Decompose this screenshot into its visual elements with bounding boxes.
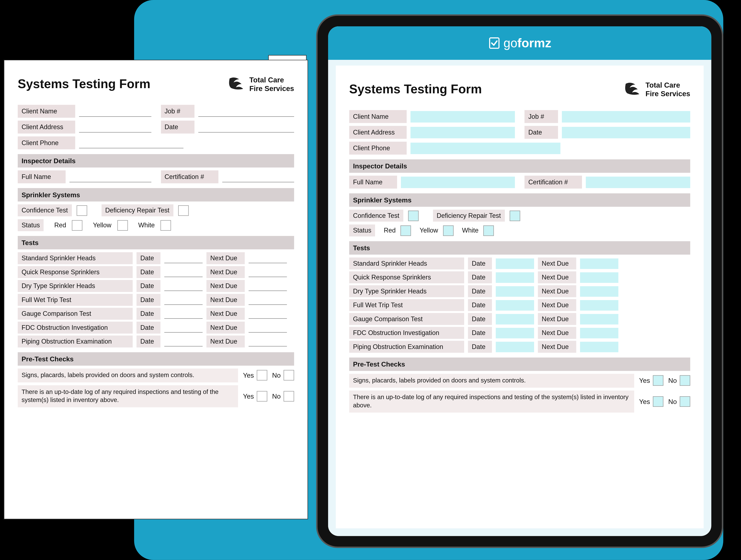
test-date-field[interactable]	[164, 281, 203, 291]
client-phone-field[interactable]	[411, 142, 561, 154]
next-due-label: Next Due	[206, 308, 245, 320]
test-next-due-field[interactable]	[249, 295, 287, 305]
test-next-due-field[interactable]	[580, 328, 618, 338]
next-due-label: Next Due	[538, 285, 576, 297]
yes-label: Yes	[639, 398, 650, 405]
client-name-label: Client Name	[18, 105, 75, 118]
test-date-field[interactable]	[496, 300, 534, 310]
client-address-label: Client Address	[18, 121, 75, 134]
next-due-label: Next Due	[206, 294, 245, 306]
white-checkbox[interactable]	[483, 225, 494, 236]
pretest1-yes-checkbox[interactable]	[653, 376, 664, 386]
confidence-checkbox[interactable]	[408, 210, 418, 221]
pretest-header: Pre-Test Checks	[18, 352, 294, 366]
test-next-due-field[interactable]	[580, 258, 618, 269]
cert-label: Certification #	[161, 170, 218, 183]
cert-label: Certification #	[524, 175, 582, 188]
test-name: Quick Response Sprinklers	[18, 266, 133, 278]
client-address-field[interactable]	[411, 127, 515, 138]
form-tablet: Systems Testing Form Total Care Fire Ser…	[336, 66, 704, 528]
form-header: Systems Testing Form Total Care Fire Ser…	[349, 80, 690, 98]
client-name-field[interactable]	[79, 106, 151, 116]
yellow-checkbox[interactable]	[443, 225, 454, 236]
confidence-label: Confidence Test	[349, 210, 403, 222]
deficiency-checkbox[interactable]	[510, 210, 520, 221]
red-checkbox[interactable]	[72, 220, 82, 231]
test-next-due-field[interactable]	[249, 337, 287, 346]
client-phone-field[interactable]	[79, 138, 184, 148]
test-date-field[interactable]	[164, 267, 203, 277]
next-due-label: Next Due	[206, 280, 245, 292]
pretest-header: Pre-Test Checks	[349, 357, 690, 371]
test-next-due-field[interactable]	[580, 314, 618, 324]
yellow-checkbox[interactable]	[117, 220, 128, 231]
test-date-field[interactable]	[496, 314, 534, 324]
date-field[interactable]	[562, 127, 690, 138]
tablet-device: goformz Systems Testing Form Total Care …	[316, 14, 723, 548]
test-date-field[interactable]	[164, 323, 203, 332]
test-next-due-field[interactable]	[580, 286, 618, 297]
red-checkbox[interactable]	[401, 225, 411, 236]
test-date-field[interactable]	[164, 253, 203, 263]
pretest2-no-checkbox[interactable]	[284, 391, 294, 401]
test-name: Piping Obstruction Examination	[18, 335, 133, 347]
test-name: FDC Obstruction Investigation	[349, 327, 464, 339]
pretest2-yes-checkbox[interactable]	[653, 396, 664, 407]
test-next-due-field[interactable]	[249, 323, 287, 332]
test-row: Dry Type Sprinkler HeadsDateNext Due	[349, 285, 690, 297]
test-next-due-field[interactable]	[580, 341, 618, 352]
white-label: White	[136, 219, 157, 231]
client-name-field[interactable]	[411, 111, 515, 122]
test-next-due-field[interactable]	[580, 300, 618, 310]
test-date-field[interactable]	[164, 295, 203, 305]
pretest2-no-checkbox[interactable]	[680, 396, 690, 407]
date-col-label: Date	[468, 271, 492, 284]
test-row: Dry Type Sprinkler HeadsDateNext Due	[18, 280, 294, 292]
test-row: Full Wet Trip TestDateNext Due	[18, 294, 294, 306]
white-label: White	[460, 225, 480, 236]
company-name: Total Care Fire Services	[646, 81, 690, 98]
full-name-field[interactable]	[401, 176, 515, 188]
test-row: Gauge Comparison TestDateNext Due	[18, 308, 294, 320]
test-next-due-field[interactable]	[249, 281, 287, 291]
test-row: Quick Response SprinklersDateNext Due	[349, 271, 690, 284]
test-date-field[interactable]	[496, 258, 534, 269]
pretest2-yes-checkbox[interactable]	[257, 391, 267, 401]
cert-field[interactable]	[586, 176, 690, 188]
test-date-field[interactable]	[496, 272, 534, 283]
test-next-due-field[interactable]	[249, 309, 287, 319]
test-date-field[interactable]	[164, 309, 203, 319]
date-col-label: Date	[136, 335, 160, 347]
test-date-field[interactable]	[496, 286, 534, 297]
next-due-label: Next Due	[538, 313, 576, 325]
test-next-due-field[interactable]	[580, 272, 618, 283]
company-line2: Fire Services	[646, 89, 690, 98]
client-address-field[interactable]	[79, 122, 151, 133]
test-row: Full Wet Trip TestDateNext Due	[349, 299, 690, 311]
deficiency-checkbox[interactable]	[178, 205, 189, 216]
sprinkler-header: Sprinkler Systems	[349, 193, 690, 207]
confidence-checkbox[interactable]	[76, 205, 87, 216]
test-row: Standard Sprinkler HeadsDateNext Due	[349, 257, 690, 269]
tests-list: Standard Sprinkler HeadsDateNext DueQuic…	[349, 257, 690, 353]
test-next-due-field[interactable]	[249, 253, 287, 263]
test-date-field[interactable]	[496, 341, 534, 352]
test-row: Quick Response SprinklersDateNext Due	[18, 266, 294, 278]
pretest1-no-checkbox[interactable]	[284, 370, 294, 381]
job-field[interactable]	[198, 106, 294, 116]
next-due-label: Next Due	[538, 299, 576, 311]
date-field[interactable]	[198, 122, 294, 133]
pretest1-no-checkbox[interactable]	[680, 376, 690, 386]
cert-field[interactable]	[222, 172, 294, 182]
test-date-field[interactable]	[496, 328, 534, 338]
pretest1-yes-checkbox[interactable]	[257, 370, 267, 381]
white-checkbox[interactable]	[160, 220, 171, 231]
test-date-field[interactable]	[164, 337, 203, 346]
client-phone-label: Client Phone	[349, 142, 407, 155]
test-name: FDC Obstruction Investigation	[18, 322, 133, 334]
company-name: Total Care Fire Services	[249, 75, 294, 93]
test-next-due-field[interactable]	[249, 267, 287, 277]
job-field[interactable]	[562, 111, 690, 122]
tablet-screen: goformz Systems Testing Form Total Care …	[328, 26, 711, 536]
full-name-field[interactable]	[69, 172, 151, 182]
